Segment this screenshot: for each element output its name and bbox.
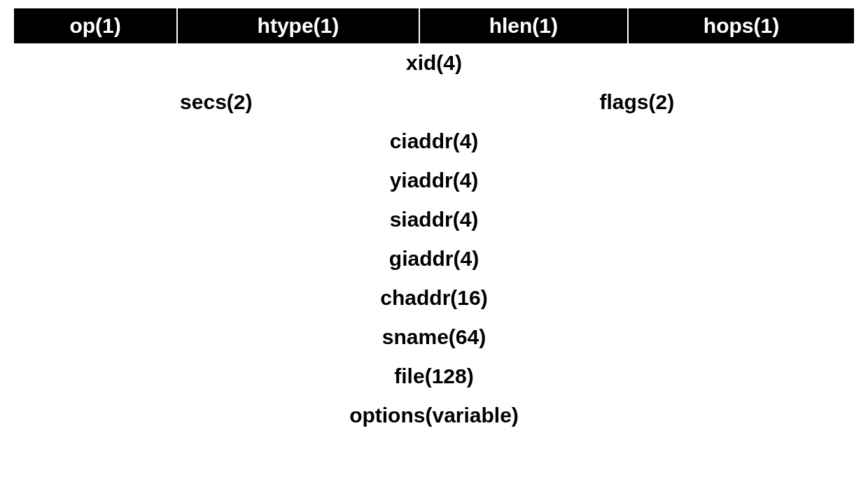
row-sname: sname(64) [13,318,855,357]
field-ciaddr: ciaddr(4) [13,122,855,161]
row-secs-flags: secs(2) flags(2) [13,83,855,122]
field-giaddr: giaddr(4) [13,239,855,278]
field-op: op(1) [13,8,177,43]
field-siaddr: siaddr(4) [13,200,855,239]
field-file: file(128) [13,357,855,396]
field-chaddr: chaddr(16) [13,278,855,318]
header-row: op(1) htype(1) hlen(1) hops(1) [13,8,855,43]
packet-structure-table: op(1) htype(1) hlen(1) hops(1) xid(4) se… [13,8,855,435]
row-yiaddr: yiaddr(4) [13,161,855,200]
field-xid: xid(4) [13,43,855,83]
field-hops: hops(1) [628,8,855,43]
row-siaddr: siaddr(4) [13,200,855,239]
row-file: file(128) [13,357,855,396]
field-options: options(variable) [13,396,855,435]
row-chaddr: chaddr(16) [13,278,855,318]
field-secs: secs(2) [13,83,419,122]
field-yiaddr: yiaddr(4) [13,161,855,200]
field-hlen: hlen(1) [419,8,628,43]
field-sname: sname(64) [13,318,855,357]
row-xid: xid(4) [13,43,855,83]
row-options: options(variable) [13,396,855,435]
field-htype: htype(1) [177,8,419,43]
field-flags: flags(2) [419,83,855,122]
row-ciaddr: ciaddr(4) [13,122,855,161]
row-giaddr: giaddr(4) [13,239,855,278]
